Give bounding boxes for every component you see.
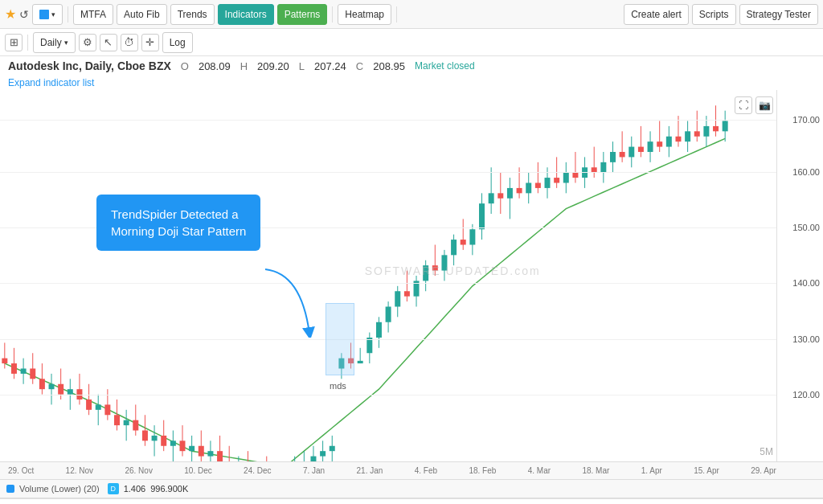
strategy-tester-button[interactable]: Strategy Tester xyxy=(739,4,818,25)
date-label: 1. Apr xyxy=(641,466,662,475)
create-alert-button[interactable]: Create alert xyxy=(624,4,689,25)
date-label: 4. Feb xyxy=(415,466,437,475)
market-status: Market closed xyxy=(415,60,475,72)
date-label: 18. Feb xyxy=(469,466,496,475)
fullscreen-button[interactable]: ⛶ xyxy=(735,96,752,114)
log-button[interactable]: Log xyxy=(162,32,193,53)
grid-line-5 xyxy=(0,339,776,340)
expand-indicator-link[interactable]: Expand indicator list xyxy=(0,76,823,90)
volume-indicator-dot xyxy=(6,485,14,493)
date-label: 4. Mar xyxy=(528,466,551,475)
price-label-120: 120.00 xyxy=(792,390,820,400)
date-label: 10. Dec xyxy=(184,466,211,475)
indicators-button[interactable]: Indicators xyxy=(218,4,274,25)
autofib-button[interactable]: Auto Fib xyxy=(117,4,167,25)
high-value: 209.20 xyxy=(257,60,289,72)
price-label-150: 150.00 xyxy=(792,223,820,232)
secondary-toolbar: ⊞ Daily ▾ ⚙ ↖ ⏱ ✛ Log xyxy=(0,29,823,56)
volume-bar-header: Volume (Lower) (20) D 1.406 996.900K xyxy=(0,479,823,498)
main-toolbar: ★ ↺ ▾ MTFA Auto Fib Trends Indicators Pa… xyxy=(0,0,823,29)
interval-select[interactable]: Daily ▾ xyxy=(33,32,76,53)
reload-icon[interactable]: ↺ xyxy=(19,8,29,21)
star-icon[interactable]: ★ xyxy=(5,6,16,22)
candlestick-chart xyxy=(0,90,776,461)
cursor-icon[interactable]: ↖ xyxy=(100,34,117,51)
trends-button[interactable]: Trends xyxy=(170,4,215,25)
date-label: 15. Apr xyxy=(694,466,719,475)
tooltip-arrow xyxy=(261,265,326,341)
interval-dropdown-arrow: ▾ xyxy=(64,39,68,47)
date-axis: 29. Oct12. Nov26. Nov10. Dec24. Dec7. Ja… xyxy=(0,461,823,479)
pattern-highlight xyxy=(326,303,354,375)
ticker-label: Autodesk Inc, Daily, Cboe BZX xyxy=(8,59,171,72)
close-label: C xyxy=(356,60,363,72)
timeframe-badge: 5M xyxy=(760,446,773,457)
separator1 xyxy=(68,6,68,23)
settings-icon[interactable]: ⚙ xyxy=(79,34,96,51)
volume-val1: 1.406 xyxy=(124,484,146,494)
volume-val2: 996.900K xyxy=(150,484,188,494)
low-value: 207.24 xyxy=(314,60,346,72)
date-label: 7. Jan xyxy=(303,466,325,475)
volume-d-label: D xyxy=(108,483,119,494)
mtfa-button[interactable]: MTFA xyxy=(73,4,113,25)
separator3 xyxy=(396,6,397,23)
grid-line-1 xyxy=(0,120,776,121)
date-label: 18. Mar xyxy=(582,466,609,475)
date-label: 26. Nov xyxy=(125,466,152,475)
crosshair-icon[interactable]: ✛ xyxy=(141,34,159,51)
clock-icon[interactable]: ⏱ xyxy=(121,34,138,51)
heatmap-button[interactable]: Heatmap xyxy=(338,4,391,25)
date-label: 12. Nov xyxy=(66,466,93,475)
volume-chart xyxy=(0,498,823,504)
date-label: 29. Apr xyxy=(751,466,776,475)
separator2 xyxy=(332,6,333,23)
separator4 xyxy=(27,35,28,51)
scripts-button[interactable]: Scripts xyxy=(692,4,736,25)
date-label: 21. Jan xyxy=(357,466,383,475)
grid-line-2 xyxy=(0,172,776,173)
toolbar-right: Create alert Scripts Strategy Tester xyxy=(624,4,818,25)
price-label-170: 170.00 xyxy=(792,115,820,125)
volume-label: Volume (Lower) (20) xyxy=(19,484,100,494)
price-label-160: 160.00 xyxy=(792,167,820,177)
price-label-130: 130.00 xyxy=(792,334,820,344)
interval-label: Daily xyxy=(40,37,62,48)
pattern-tooltip: TrendSpider Detected aMorning Doji Star … xyxy=(96,195,260,251)
layout-icon[interactable]: ⊞ xyxy=(5,34,23,51)
volume-canvas xyxy=(0,499,776,504)
grid-line-4 xyxy=(0,283,776,284)
chart-area[interactable]: 170.00 160.00 150.00 140.00 130.00 120.0… xyxy=(0,90,823,461)
mds-label: mds xyxy=(330,381,346,391)
low-label: L xyxy=(299,60,305,72)
date-label: 24. Dec xyxy=(244,466,271,475)
close-value: 208.95 xyxy=(373,60,405,72)
camera-button[interactable]: 📷 xyxy=(755,96,773,114)
open-label: O xyxy=(181,60,189,72)
open-value: 208.09 xyxy=(199,60,231,72)
volume-d-badge: D xyxy=(108,483,119,494)
patterns-button[interactable]: Patterns xyxy=(277,4,328,25)
corner-buttons: ⛶ 📷 xyxy=(735,96,773,114)
grid-line-6 xyxy=(0,395,776,395)
high-label: H xyxy=(240,60,248,72)
price-axis: 170.00 160.00 150.00 140.00 130.00 120.0… xyxy=(776,90,823,461)
chart-info-bar: Autodesk Inc, Daily, Cboe BZX O 208.09 H… xyxy=(0,56,823,76)
date-label: 29. Oct xyxy=(8,466,34,475)
tooltip-text: TrendSpider Detected aMorning Doji Star … xyxy=(111,207,246,238)
price-label-140: 140.00 xyxy=(792,278,820,288)
square-dropdown[interactable]: ▾ xyxy=(32,4,63,25)
